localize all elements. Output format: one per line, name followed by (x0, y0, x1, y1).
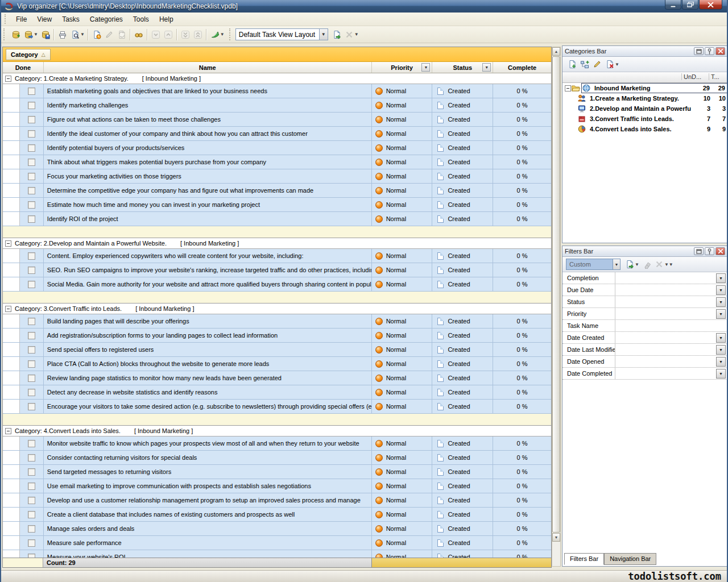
group-by-category-button[interactable]: Category △ (6, 49, 51, 60)
done-checkbox[interactable] (28, 159, 35, 166)
undone-column-header[interactable]: UnD... (681, 73, 708, 80)
filters-pin-icon[interactable] (705, 247, 714, 255)
task-name-cell[interactable]: Place CTA (Call to Action) blocks throug… (44, 357, 372, 371)
task-name-cell[interactable]: Establish marketing goals and objectives… (44, 84, 372, 98)
task-name-cell[interactable]: Estimate how much time and money you can… (44, 198, 372, 211)
filter-value-field[interactable] (615, 344, 727, 355)
tab-filters-bar[interactable]: Filters Bar (564, 553, 604, 565)
filter-value-field[interactable] (615, 356, 727, 367)
priority-cell[interactable]: Normal (372, 169, 433, 183)
task-name-cell[interactable]: Consider contacting returning visitors f… (44, 451, 372, 464)
column-header-name[interactable]: Name (44, 62, 372, 73)
group-header-row[interactable]: Category: 1.Create a Marketing Strategy.… (3, 73, 551, 84)
status-cell[interactable]: Created (432, 550, 493, 558)
edit-category-icon[interactable] (591, 58, 603, 70)
status-cell[interactable]: Created (432, 184, 493, 197)
status-cell[interactable]: Created (432, 357, 493, 371)
priority-cell[interactable]: Normal (372, 371, 433, 385)
complete-cell[interactable]: 0 % (493, 400, 551, 413)
status-cell[interactable]: Created (432, 493, 493, 507)
status-cell[interactable]: Created (432, 198, 493, 211)
dropdown-caret-icon[interactable]: ▼ (220, 32, 225, 37)
tree-item-category[interactable]: 3.Convert Traffic into Leads.77 (562, 114, 727, 124)
task-name-cell[interactable]: Think about what triggers makes potentia… (44, 155, 372, 169)
priority-filter-button[interactable]: ▼ (421, 63, 430, 72)
complete-cell[interactable]: 0 % (493, 184, 551, 197)
priority-cell[interactable]: Normal (372, 451, 433, 464)
task-name-cell[interactable]: Monitor website traffic to know which pa… (44, 436, 372, 450)
status-cell[interactable]: Created (432, 479, 493, 493)
menu-view[interactable]: View (32, 14, 57, 25)
complete-cell[interactable]: 0 % (493, 84, 551, 98)
print-icon[interactable] (56, 28, 69, 41)
done-checkbox[interactable] (28, 554, 35, 558)
done-checkbox[interactable] (28, 360, 35, 368)
status-cell[interactable]: Created (432, 263, 493, 277)
done-checkbox[interactable] (28, 215, 35, 223)
priority-cell[interactable]: Normal (372, 400, 433, 413)
filter-dropdown-button[interactable]: ▼ (716, 333, 726, 343)
column-header-done[interactable]: Done (3, 62, 44, 73)
layout-combo-arrow[interactable]: ▼ (319, 29, 328, 40)
task-name-cell[interactable]: Identify potential buyers of your produc… (44, 141, 372, 155)
done-checkbox[interactable] (28, 187, 35, 194)
status-cell[interactable]: Created (432, 465, 493, 479)
dropdown-caret-icon[interactable]: ▼ (80, 32, 85, 37)
complete-cell[interactable]: 0 % (493, 357, 551, 371)
status-cell[interactable]: Created (432, 212, 493, 226)
column-header-complete[interactable]: Complete (493, 62, 551, 73)
priority-cell[interactable]: Normal (372, 155, 433, 169)
task-name-cell[interactable]: Focus your marketing activities on those… (44, 169, 372, 183)
scroll-down-button[interactable]: ▼ (552, 533, 560, 542)
filter-value-field[interactable] (615, 308, 727, 319)
priority-cell[interactable]: Normal (372, 522, 433, 535)
group-header-row[interactable]: Category: 4.Convert Leads into Sales.[ I… (3, 426, 551, 436)
priority-cell[interactable]: Normal (372, 436, 433, 450)
menu-tasks[interactable]: Tasks (57, 14, 85, 25)
categories-close-icon[interactable] (715, 47, 725, 55)
complete-cell[interactable]: 0 % (493, 451, 551, 464)
task-row[interactable]: Establish marketing goals and objectives… (3, 84, 551, 98)
new-subcategory-icon[interactable] (578, 58, 591, 70)
filter-value-field[interactable] (615, 296, 727, 307)
priority-cell[interactable]: Normal (372, 357, 433, 371)
status-cell[interactable]: Created (432, 508, 493, 521)
menu-categories[interactable]: Categories (85, 14, 128, 25)
task-row[interactable]: Review landing page statistics to monito… (3, 371, 551, 385)
done-checkbox[interactable] (28, 116, 35, 123)
status-cell[interactable]: Created (432, 329, 493, 342)
column-header-status[interactable]: Status▼ (432, 62, 493, 73)
collapse-icon[interactable] (5, 428, 11, 434)
tab-navigation-bar[interactable]: Navigation Bar (604, 553, 656, 565)
scrollbar-thumb[interactable] (552, 56, 560, 533)
complete-cell[interactable]: 0 % (493, 127, 551, 140)
done-checkbox[interactable] (28, 332, 35, 339)
total-column-header[interactable]: T... (709, 73, 719, 80)
filter-preset-combo[interactable]: Custom ▼ (566, 259, 621, 270)
collapse-icon[interactable] (5, 306, 11, 312)
scroll-up-button[interactable]: ▲ (552, 47, 560, 56)
task-row[interactable]: Measure sale performanceNormalCreated0 % (3, 536, 551, 550)
task-name-cell[interactable]: Review landing page statistics to monito… (44, 371, 372, 385)
print-preview-icon[interactable] (69, 28, 81, 41)
status-cell[interactable]: Created (432, 436, 493, 450)
priority-cell[interactable]: Normal (372, 141, 433, 155)
priority-cell[interactable]: Normal (372, 508, 433, 521)
categories-pin-icon[interactable] (705, 47, 714, 55)
task-name-cell[interactable]: Add registration/subscription forms to y… (44, 329, 372, 342)
status-filter-button[interactable]: ▼ (482, 63, 491, 72)
task-row[interactable]: Develop and use a customer relationship … (3, 493, 551, 508)
task-row[interactable]: Social Media. Gain more authority for yo… (3, 277, 551, 292)
open-database-icon[interactable] (22, 28, 35, 41)
task-row[interactable]: Detect any decrease in website statistic… (3, 385, 551, 400)
task-row[interactable]: Estimate how much time and money you can… (3, 198, 551, 212)
task-row[interactable]: Send special offers to registered usersN… (3, 343, 551, 357)
task-row[interactable]: Figure out what actions can be taken to … (3, 113, 551, 127)
complete-cell[interactable]: 0 % (493, 249, 551, 263)
done-checkbox[interactable] (28, 102, 35, 109)
task-row[interactable]: Think about what triggers makes potentia… (3, 155, 551, 169)
delete-category-icon[interactable] (603, 58, 616, 70)
group-header-row[interactable]: Category: 2.Develop and Maintain a Power… (3, 238, 551, 249)
complete-cell[interactable]: 0 % (493, 169, 551, 183)
complete-cell[interactable]: 0 % (493, 508, 551, 521)
